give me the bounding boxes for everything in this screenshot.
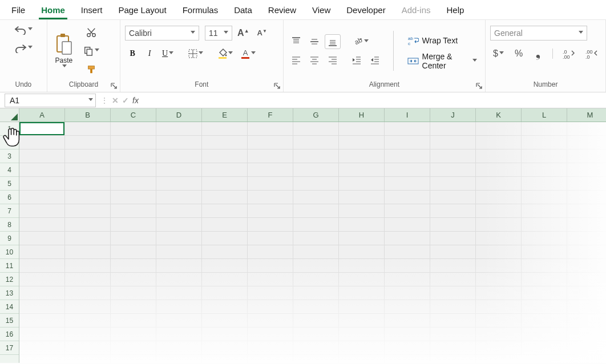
align-left-button[interactable] bbox=[288, 52, 304, 67]
row-header[interactable]: 1 bbox=[0, 122, 19, 136]
decrease-decimal-button[interactable]: .00.0 bbox=[583, 46, 601, 61]
row-header[interactable]: 5 bbox=[0, 177, 19, 191]
select-all-cells-button[interactable] bbox=[0, 108, 19, 122]
row-header[interactable]: 17 bbox=[0, 341, 19, 355]
tab-file[interactable]: File bbox=[3, 2, 33, 19]
number-format-select[interactable]: General bbox=[490, 26, 587, 41]
column-header[interactable]: H bbox=[339, 108, 385, 122]
chevron-down-icon bbox=[88, 98, 93, 103]
wrap-text-icon: abc bbox=[407, 35, 419, 46]
chevron-down-icon bbox=[499, 51, 504, 56]
redo-button[interactable] bbox=[11, 41, 35, 55]
outdent-icon bbox=[352, 55, 362, 65]
alignment-dialog-launcher[interactable] bbox=[475, 82, 483, 90]
increase-indent-button[interactable] bbox=[367, 52, 383, 67]
row-headers: 1234567891011121314151617 bbox=[0, 122, 19, 363]
copy-icon bbox=[83, 46, 94, 56]
column-header[interactable]: B bbox=[65, 108, 111, 122]
cut-button[interactable] bbox=[80, 25, 102, 40]
enter-formula-icon[interactable]: ✓ bbox=[122, 96, 129, 105]
column-header[interactable]: J bbox=[430, 108, 476, 122]
formula-input[interactable] bbox=[143, 94, 606, 107]
fill-color-button[interactable] bbox=[215, 46, 236, 61]
copy-button[interactable] bbox=[80, 43, 102, 58]
borders-button[interactable] bbox=[185, 46, 206, 61]
svg-text:.0: .0 bbox=[585, 54, 590, 59]
format-painter-button[interactable] bbox=[80, 62, 102, 76]
row-header[interactable]: 11 bbox=[0, 259, 19, 273]
percent-format-button[interactable]: % bbox=[511, 46, 526, 61]
wrap-text-label: Wrap Text bbox=[422, 36, 458, 45]
align-right-icon bbox=[328, 55, 338, 65]
row-header[interactable]: 4 bbox=[0, 163, 19, 177]
row-header[interactable]: 7 bbox=[0, 204, 19, 218]
column-header[interactable]: L bbox=[522, 108, 567, 122]
tab-data[interactable]: Data bbox=[226, 2, 260, 19]
underline-button[interactable]: U bbox=[159, 46, 176, 61]
comma-format-button[interactable]: ❟ bbox=[531, 46, 546, 61]
column-header[interactable]: M bbox=[567, 108, 606, 122]
grow-font-button[interactable]: A▲ bbox=[235, 26, 252, 41]
row-header[interactable]: 9 bbox=[0, 232, 19, 245]
tab-review[interactable]: Review bbox=[260, 2, 304, 19]
tab-view[interactable]: View bbox=[304, 2, 338, 19]
font-color-button[interactable]: A bbox=[238, 46, 258, 61]
row-header[interactable]: 13 bbox=[0, 286, 19, 300]
row-header[interactable]: 14 bbox=[0, 300, 19, 314]
shrink-font-button[interactable]: A▼ bbox=[254, 26, 270, 41]
column-header[interactable]: I bbox=[385, 108, 430, 122]
align-bottom-button[interactable] bbox=[325, 34, 341, 49]
row-header[interactable]: 15 bbox=[0, 314, 19, 327]
row-header[interactable]: 8 bbox=[0, 218, 19, 232]
font-dialog-launcher[interactable] bbox=[273, 82, 281, 90]
column-header[interactable]: F bbox=[248, 108, 293, 122]
column-header[interactable]: D bbox=[156, 108, 202, 122]
column-header[interactable]: A bbox=[19, 108, 65, 122]
font-size-value: 11 bbox=[209, 29, 218, 38]
cells-area[interactable] bbox=[19, 122, 606, 363]
tab-insert[interactable]: Insert bbox=[73, 2, 111, 19]
align-center-button[interactable] bbox=[306, 52, 322, 67]
row-header[interactable]: 10 bbox=[0, 245, 19, 259]
wrap-text-button[interactable]: abc Wrap Text bbox=[404, 33, 481, 48]
column-header[interactable]: E bbox=[202, 108, 248, 122]
align-middle-button[interactable] bbox=[306, 34, 322, 49]
column-header[interactable]: C bbox=[111, 108, 156, 122]
decrease-indent-button[interactable] bbox=[349, 52, 365, 67]
column-header[interactable]: K bbox=[476, 108, 522, 122]
row-header[interactable]: 12 bbox=[0, 273, 19, 286]
accounting-format-button[interactable]: $ bbox=[490, 46, 507, 61]
orientation-button[interactable]: ab bbox=[349, 34, 371, 49]
clipboard-icon bbox=[54, 33, 74, 55]
align-top-button[interactable] bbox=[288, 34, 304, 49]
tab-developer[interactable]: Developer bbox=[338, 2, 393, 19]
align-bottom-icon bbox=[328, 37, 338, 47]
row-header[interactable]: 3 bbox=[0, 149, 19, 163]
tab-help[interactable]: Help bbox=[439, 2, 472, 19]
tab-add-ins[interactable]: Add-ins bbox=[394, 2, 439, 19]
clipboard-dialog-launcher[interactable] bbox=[110, 82, 118, 90]
bold-button[interactable]: B bbox=[125, 46, 140, 61]
name-box[interactable]: A1 bbox=[5, 94, 96, 107]
increase-decimal-button[interactable]: .0.00 bbox=[560, 46, 578, 61]
chevron-down-icon bbox=[28, 27, 33, 32]
align-top-icon bbox=[291, 37, 301, 47]
tab-formulas[interactable]: Formulas bbox=[175, 2, 227, 19]
font-size-select[interactable]: 11 bbox=[205, 26, 232, 41]
row-header[interactable]: 2 bbox=[0, 136, 19, 149]
fx-icon[interactable]: fx bbox=[132, 96, 139, 105]
undo-button[interactable] bbox=[11, 22, 35, 37]
merge-center-icon bbox=[407, 56, 419, 66]
align-right-button[interactable] bbox=[325, 52, 341, 67]
tab-page-layout[interactable]: Page Layout bbox=[110, 2, 174, 19]
column-header[interactable]: G bbox=[293, 108, 339, 122]
italic-button[interactable]: I bbox=[142, 46, 157, 61]
font-name-select[interactable]: Calibri bbox=[125, 26, 199, 41]
cancel-formula-icon[interactable]: ✕ bbox=[112, 96, 119, 105]
active-cell[interactable] bbox=[19, 122, 64, 135]
row-header[interactable]: 16 bbox=[0, 327, 19, 341]
tab-home[interactable]: Home bbox=[33, 2, 73, 19]
paste-button[interactable]: Paste bbox=[52, 31, 76, 70]
row-header[interactable]: 6 bbox=[0, 191, 19, 204]
merge-center-button[interactable]: Merge & Center bbox=[404, 54, 481, 68]
